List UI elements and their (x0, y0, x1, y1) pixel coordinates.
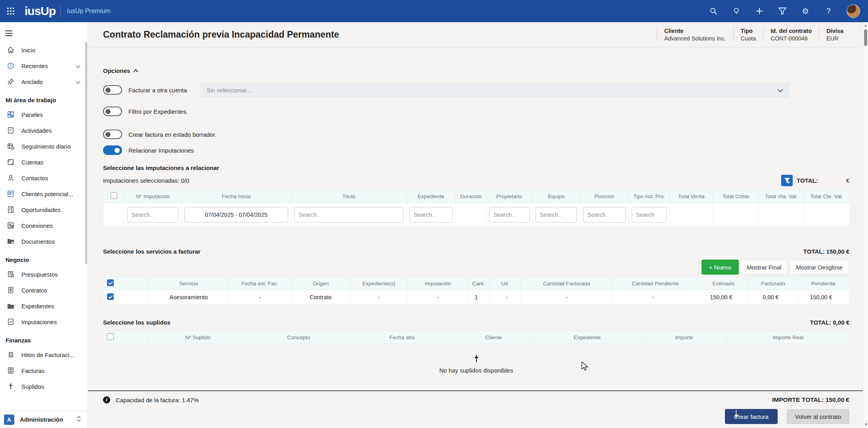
service-row-checkbox[interactable] (107, 293, 114, 300)
filter-fecha-inicio[interactable] (184, 207, 288, 223)
col-total-vta-val: Total Vta. Val. (759, 190, 804, 203)
sidebar-item-expedientes[interactable]: Expedientes (0, 298, 88, 314)
options-section-title[interactable]: Opciones (103, 67, 130, 74)
toggle-row-facturar-otra-cuenta: Facturar a otra cuenta Sin seleccionar..… (103, 83, 849, 97)
sidebar-item-label: Paneles (21, 111, 43, 118)
filter-icon[interactable] (778, 6, 787, 16)
select-all-suplidos-checkbox[interactable] (107, 333, 114, 340)
sidebar-item-recientes[interactable]: Recientes (0, 58, 88, 74)
sidebar-item-contactos[interactable]: Contactos (0, 170, 88, 186)
sidebar-item-label: Recientes (21, 63, 48, 69)
filter-equipo[interactable] (535, 207, 577, 223)
sidebar-item-contratos[interactable]: Contratos (0, 282, 88, 298)
servicios-section-title: Seleccione los servicios a facturar (103, 248, 201, 255)
toggle-factura-borrador[interactable] (103, 130, 122, 139)
account-select[interactable]: Sin seleccionar... (201, 83, 789, 97)
sidebar-item-inicio[interactable]: Inicio (0, 42, 88, 58)
sidebar-item-facturas[interactable]: Facturas (0, 363, 88, 378)
filter-num-imputacion[interactable] (127, 207, 178, 223)
toggle-relacionar-imputaciones[interactable] (103, 145, 122, 155)
sidebar-item-conexiones[interactable]: Conexiones (0, 218, 88, 233)
servicio-row[interactable]: Asesoramiento - Contrato - - 1 - - - 150… (103, 290, 849, 305)
new-service-button[interactable]: + Nuevo (702, 260, 739, 275)
sidebar-item-imputaciones[interactable]: Imputaciones (0, 314, 88, 330)
clear-filter-button[interactable] (781, 175, 793, 186)
filter-expediente[interactable] (409, 207, 453, 223)
filter-tipo-act-pro[interactable] (632, 207, 667, 223)
scroll-thumb[interactable] (864, 29, 867, 46)
sidebar-item-clientes-potenciales[interactable]: Clientes potencial... (0, 186, 88, 202)
imputaciones-total-label: TOTAL: (797, 177, 818, 184)
toggle-filtro-expedientes[interactable] (103, 107, 122, 116)
page-scrollbar[interactable]: ▲ ▼ (862, 22, 868, 428)
add-icon[interactable] (755, 6, 764, 16)
sidebar-group-negocio: Negocio (0, 249, 88, 266)
filter-propietario[interactable] (489, 207, 530, 223)
help-icon[interactable]: ? (824, 6, 833, 16)
sidebar-item-suplidos[interactable]: Suplidos (0, 378, 88, 394)
invoice-capacity: Capacidad de la factura: 1.47% (116, 397, 199, 403)
col-num-imputacion: Nº Imputación (124, 190, 182, 203)
clipboard-icon (6, 126, 15, 134)
collapse-caret-icon[interactable] (133, 69, 138, 73)
area-switcher[interactable]: A Administración (0, 411, 88, 428)
sidebar-item-presupuestos[interactable]: Presupuestos (0, 266, 88, 282)
iusup-logo[interactable]: iusUp (25, 4, 55, 18)
page-header: Contrato Reclamación previa Incapacidad … (88, 22, 862, 48)
select-all-checkbox[interactable] (111, 192, 117, 199)
filter-titulo[interactable] (294, 207, 403, 223)
sidebar-scrollbar[interactable] (85, 42, 87, 264)
imputaciones-table: Nº Imputación Fecha Inicio Titulo Expedi… (103, 189, 850, 227)
chevron-down-icon[interactable] (76, 78, 80, 85)
settings-gear-icon[interactable]: ⚙ (801, 6, 810, 16)
create-invoice-button[interactable]: Crear factura (725, 409, 778, 424)
sidebar-item-hitos-facturacion[interactable]: Hitos de Facturaci... (0, 347, 88, 363)
sidebar-item-label: Hitos de Facturaci... (21, 352, 74, 358)
sidebar-item-seguimiento-diario[interactable]: Seguimiento diario (0, 138, 88, 154)
servicios-header-row: Servicio Fecha est. Fac. Origen Expedien… (103, 277, 849, 290)
sidebar-item-oportunidades[interactable]: Oportunidades (0, 202, 88, 218)
disbursement-empty-icon (473, 354, 480, 363)
sidebar-item-label: Documentos (21, 238, 55, 245)
sidebar-item-label: Facturas (21, 367, 44, 374)
show-final-button[interactable]: Mostrar Final (740, 260, 788, 275)
sidebar: Inicio Recientes Anclado Mi área de trab… (0, 22, 88, 428)
toggle-facturar-otra-cuenta[interactable] (103, 85, 122, 95)
sidebar-item-label: Seguimiento diario (21, 143, 71, 150)
select-all-services-checkbox[interactable] (107, 279, 114, 286)
sidebar-item-cuentas[interactable]: Cuentas (0, 154, 88, 170)
sidebar-item-documentos[interactable]: Documentos (0, 233, 88, 249)
filter-posicion[interactable] (583, 207, 626, 223)
sidebar-collapse-icon[interactable] (5, 29, 16, 38)
cell-fecha-est-fac: - (229, 290, 291, 305)
topbar: iusUp iusUp Premium ⚙ ? (0, 0, 868, 22)
cell-facturado: 0,00 € (749, 290, 798, 305)
scroll-down-arrow[interactable]: ▼ (864, 422, 868, 426)
show-breakdown-button[interactable]: Mostrar Desglose (789, 260, 849, 275)
suplidos-header-row: Nº Suplido Concepto Fecha alta Cliente E… (103, 331, 850, 344)
col-tipo-act-pro: Tipo Act. Pro. (629, 190, 670, 203)
sidebar-item-paneles[interactable]: Paneles (0, 107, 88, 122)
col-importe: Importe (642, 331, 727, 344)
imputaciones-selected-count: Imputaciones seleccionadas: 0/0 (103, 177, 189, 184)
sidebar-item-actividades[interactable]: Actividades (0, 122, 88, 138)
sidebar-item-label: Contactos (21, 175, 48, 182)
app-launcher-icon[interactable] (6, 6, 16, 16)
sidebar-nav: Inicio Recientes Anclado Mi área de trab… (0, 42, 88, 394)
sidebar-item-anclado[interactable]: Anclado (0, 74, 88, 90)
lightbulb-icon[interactable] (732, 6, 741, 16)
scroll-up-arrow[interactable]: ▲ (864, 24, 867, 27)
user-avatar[interactable] (847, 4, 860, 18)
toggle-label: Relacionar Imputaciones (128, 147, 194, 154)
col-expediente: Expediente (407, 190, 456, 203)
search-icon[interactable] (709, 6, 718, 16)
chevron-down-icon[interactable] (76, 63, 80, 69)
suplidos-empty-state: No hay suplidos disponibles (103, 354, 849, 374)
back-to-contract-button[interactable]: Volver al contrato (787, 409, 849, 424)
sidebar-item-label: Clientes potencial... (21, 191, 73, 197)
col-cliente: Cliente (455, 331, 533, 344)
page-title: Contrato Reclamación previa Incapacidad … (103, 29, 339, 40)
col-concepto: Concepto (248, 331, 350, 344)
col-equipo: Equipo (533, 190, 580, 203)
case-folder-icon (6, 302, 15, 310)
